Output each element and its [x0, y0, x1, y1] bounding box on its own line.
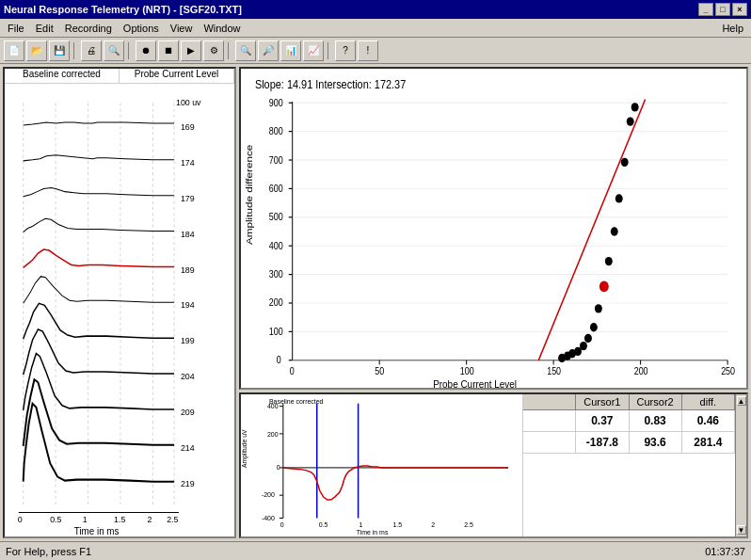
separator-1 — [73, 42, 77, 59]
table-row-1: 0.37 0.83 0.46 — [523, 410, 735, 432]
menu-options[interactable]: Options — [118, 21, 165, 36]
print-button[interactable]: 🖨 — [81, 40, 102, 61]
row1-cursor2: 0.83 — [630, 410, 682, 431]
header-diff: diff. — [682, 394, 735, 409]
menu-window[interactable]: Window — [198, 21, 246, 36]
svg-text:2.5: 2.5 — [464, 521, 473, 528]
svg-text:200: 200 — [267, 431, 279, 438]
row2-label — [523, 432, 576, 453]
svg-text:Slope:  14.91  Intersection:  : Slope: 14.91 Intersection: 172.37 — [255, 77, 407, 91]
svg-text:184: 184 — [181, 230, 195, 239]
header-cursor2: Cursor2 — [630, 394, 682, 409]
waveform-area: 100 uv 169 174 179 184 189 194 199 204 2… — [5, 84, 234, 536]
svg-point-76 — [631, 103, 639, 111]
svg-text:0: 0 — [280, 521, 284, 528]
row1-cursor1: 0.37 — [576, 410, 629, 431]
svg-text:169: 169 — [181, 122, 195, 132]
svg-text:0: 0 — [290, 365, 295, 376]
svg-text:1: 1 — [360, 521, 363, 528]
svg-text:0: 0 — [18, 514, 23, 523]
scroll-down-button[interactable]: ▼ — [737, 525, 746, 535]
menu-bar: File Edit Recording Options View Window … — [0, 19, 751, 38]
title-bar-buttons: _ □ × — [698, 3, 747, 16]
left-panel-header: Baseline corrected Probe Current Level — [5, 69, 234, 84]
zoom-out-button[interactable]: 🔎 — [258, 40, 279, 61]
svg-text:150: 150 — [547, 365, 561, 376]
scroll-up-button[interactable]: ▲ — [737, 396, 746, 406]
svg-text:400: 400 — [269, 240, 283, 251]
row1-diff: 0.46 — [682, 410, 735, 431]
svg-text:209: 209 — [181, 408, 195, 417]
svg-text:200: 200 — [634, 365, 648, 376]
time-display: 01:37:37 — [705, 546, 745, 557]
minimize-button[interactable]: _ — [698, 3, 713, 16]
svg-text:500: 500 — [269, 212, 283, 223]
separator-3 — [228, 42, 232, 59]
table-header-row: Cursor1 Cursor2 diff. — [523, 394, 735, 410]
svg-text:189: 189 — [181, 264, 195, 274]
left-panel: Baseline corrected Probe Current Level 1… — [3, 67, 236, 538]
record-button[interactable]: ⏺ — [136, 40, 156, 61]
settings-button[interactable]: ⚙ — [203, 40, 224, 61]
growth-plot-svg: Slope: 14.91 Intersection: 172.37 0 100 — [241, 69, 746, 388]
zoom-in-button[interactable]: 🔍 — [235, 40, 256, 61]
svg-point-75 — [627, 117, 634, 125]
svg-text:194: 194 — [181, 300, 195, 310]
svg-text:1: 1 — [83, 514, 88, 523]
play-button[interactable]: ▶ — [181, 40, 201, 61]
svg-text:100: 100 — [460, 365, 474, 376]
svg-text:0: 0 — [277, 355, 281, 366]
svg-text:0.5: 0.5 — [319, 521, 328, 528]
about-button[interactable]: ! — [358, 40, 378, 61]
title-text: Neural Response Telemetry (NRT) - [SGF20… — [4, 4, 242, 15]
svg-text:0: 0 — [277, 464, 280, 471]
growth-plot: Slope: 14.91 Intersection: 172.37 0 100 — [239, 67, 748, 390]
svg-text:Time in ms: Time in ms — [74, 526, 120, 536]
open-button[interactable]: 📂 — [26, 40, 47, 61]
menu-file[interactable]: File — [2, 21, 30, 36]
close-button[interactable]: × — [732, 3, 747, 16]
svg-text:2: 2 — [431, 521, 435, 528]
title-bar: Neural Response Telemetry (NRT) - [SGF20… — [0, 0, 751, 19]
svg-point-69 — [595, 304, 602, 312]
svg-text:199: 199 — [181, 336, 195, 345]
bottom-waveform-svg: Baseline corrected 400 200 0 — [241, 394, 522, 536]
stop-button[interactable]: ⏹ — [158, 40, 179, 61]
scrollbar[interactable]: ▲ ▼ — [735, 394, 746, 536]
probe-current-label: Probe Current Level — [120, 69, 234, 83]
menu-view[interactable]: View — [165, 21, 199, 36]
right-panel: Slope: 14.91 Intersection: 172.37 0 100 — [239, 67, 748, 538]
bottom-waveform: Baseline corrected 400 200 0 — [241, 394, 523, 536]
svg-text:1.5: 1.5 — [114, 514, 125, 523]
svg-text:Amplitude difference: Amplitude difference — [244, 145, 254, 245]
header-cursor1: Cursor1 — [576, 394, 629, 409]
svg-point-73 — [615, 194, 623, 202]
svg-text:100 uv: 100 uv — [176, 97, 201, 106]
svg-text:400: 400 — [267, 403, 279, 409]
svg-text:Probe Current Level: Probe Current Level — [433, 377, 517, 388]
print-preview-button[interactable]: 🔍 — [104, 40, 124, 61]
menu-recording[interactable]: Recording — [59, 21, 118, 36]
row2-cursor1: -187.8 — [576, 432, 629, 453]
save-button[interactable]: 💾 — [49, 40, 70, 61]
graph-button[interactable]: 📈 — [303, 40, 324, 61]
svg-text:174: 174 — [181, 158, 195, 168]
svg-point-68 — [590, 323, 598, 331]
svg-text:179: 179 — [181, 194, 195, 203]
menu-help[interactable]: Help — [716, 21, 749, 36]
menu-edit[interactable]: Edit — [30, 21, 59, 36]
maximize-button[interactable]: □ — [715, 3, 730, 16]
svg-point-66 — [580, 342, 587, 350]
status-bar: For Help, press F1 01:37:37 — [0, 541, 751, 560]
help-text: For Help, press F1 — [6, 546, 91, 557]
svg-text:800: 800 — [269, 125, 283, 136]
new-button[interactable]: 📄 — [4, 40, 24, 61]
svg-text:Amplitude uV: Amplitude uV — [241, 429, 248, 468]
help-button[interactable]: ? — [335, 40, 356, 61]
header-empty — [523, 394, 576, 409]
chart-button[interactable]: 📊 — [280, 40, 301, 61]
svg-point-71 — [605, 257, 613, 265]
svg-text:2.5: 2.5 — [167, 514, 178, 523]
svg-text:-200: -200 — [262, 491, 275, 498]
svg-text:300: 300 — [269, 268, 283, 280]
